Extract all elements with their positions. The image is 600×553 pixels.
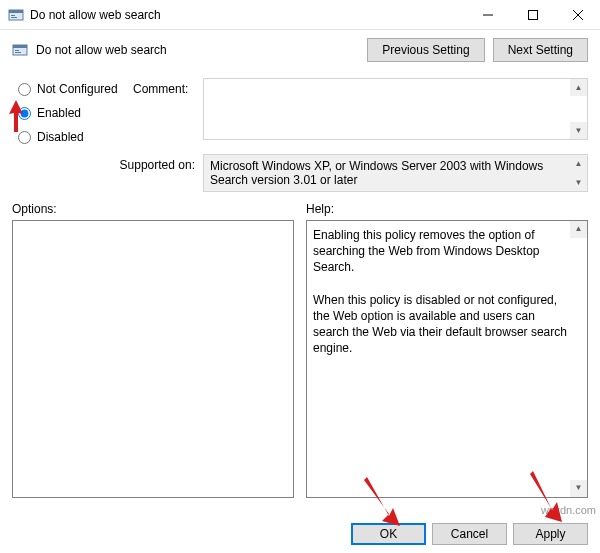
- radio-enabled-input[interactable]: [18, 107, 31, 120]
- svg-rect-10: [15, 50, 19, 51]
- comment-label: Comment:: [133, 78, 203, 96]
- app-icon: [8, 7, 24, 23]
- comment-input[interactable]: ▲ ▼: [203, 78, 588, 140]
- radio-not-configured-input[interactable]: [18, 83, 31, 96]
- help-pane: Enabling this policy removes the option …: [306, 220, 588, 498]
- svg-rect-5: [528, 10, 537, 19]
- radio-enabled-label: Enabled: [37, 106, 81, 120]
- svg-rect-2: [11, 15, 15, 16]
- maximize-button[interactable]: [510, 0, 555, 30]
- supported-on-text: Microsoft Windows XP, or Windows Server …: [203, 154, 588, 192]
- next-setting-button[interactable]: Next Setting: [493, 38, 588, 62]
- help-text-1: Enabling this policy removes the option …: [313, 227, 567, 276]
- help-label: Help:: [306, 202, 588, 220]
- footer-buttons: OK Cancel Apply: [351, 523, 588, 545]
- scroll-down-icon[interactable]: ▼: [570, 122, 587, 139]
- cancel-button[interactable]: Cancel: [432, 523, 507, 545]
- policy-icon: [12, 42, 28, 58]
- svg-rect-9: [13, 45, 27, 48]
- options-pane: [12, 220, 294, 498]
- watermark-text: wsxdn.com: [541, 504, 596, 516]
- window-title: Do not allow web search: [30, 8, 465, 22]
- scroll-down-icon[interactable]: ▼: [570, 480, 587, 497]
- svg-rect-3: [11, 17, 17, 18]
- radio-disabled-label: Disabled: [37, 130, 84, 144]
- options-label: Options:: [12, 202, 294, 220]
- help-text-2: When this policy is disabled or not conf…: [313, 292, 567, 357]
- minimize-button[interactable]: [465, 0, 510, 30]
- scroll-up-icon[interactable]: ▲: [570, 155, 587, 172]
- radio-disabled-input[interactable]: [18, 131, 31, 144]
- svg-rect-11: [15, 52, 21, 53]
- supported-on-label: Supported on:: [18, 154, 203, 172]
- scroll-up-icon[interactable]: ▲: [570, 79, 587, 96]
- svg-rect-1: [9, 10, 23, 13]
- close-button[interactable]: [555, 0, 600, 30]
- scroll-up-icon[interactable]: ▲: [570, 221, 587, 238]
- radio-enabled[interactable]: Enabled: [18, 106, 133, 120]
- scroll-down-icon[interactable]: ▼: [570, 174, 587, 191]
- radio-not-configured-label: Not Configured: [37, 82, 118, 96]
- radio-not-configured[interactable]: Not Configured: [18, 82, 133, 96]
- titlebar: Do not allow web search: [0, 0, 600, 30]
- policy-title: Do not allow web search: [36, 43, 359, 57]
- previous-setting-button[interactable]: Previous Setting: [367, 38, 484, 62]
- apply-button[interactable]: Apply: [513, 523, 588, 545]
- toolbar: Do not allow web search Previous Setting…: [0, 30, 600, 70]
- ok-button[interactable]: OK: [351, 523, 426, 545]
- radio-disabled[interactable]: Disabled: [18, 130, 133, 144]
